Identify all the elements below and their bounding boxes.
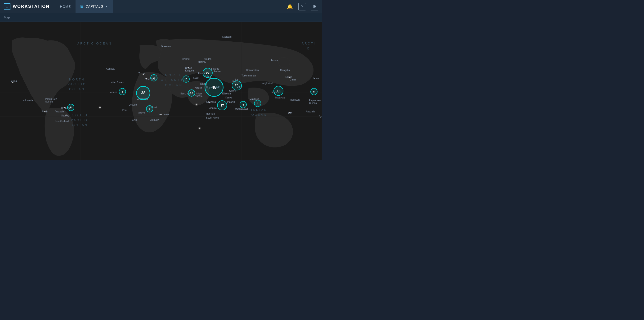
cluster-4-indian[interactable]: 4: [240, 101, 247, 108]
cluster-4-sea[interactable]: 4: [254, 100, 261, 107]
map-container[interactable]: Arctic Ocean NorthAtlanticOcean NorthPac…: [0, 22, 322, 160]
cluster-17-eastafrica[interactable]: 17: [217, 100, 227, 110]
city-dot-toronto: [143, 74, 144, 75]
nav-home[interactable]: HOME: [55, 0, 76, 13]
nav-home-label: HOME: [60, 5, 71, 8]
cluster-3[interactable]: 3: [150, 74, 158, 82]
settings-button[interactable]: ⚙: [311, 3, 318, 10]
cluster-27[interactable]: 27: [203, 68, 212, 78]
cluster-17-africa[interactable]: 17: [188, 90, 195, 96]
city-dot-brisbane: [64, 107, 65, 108]
cluster-2[interactable]: 2: [119, 88, 126, 95]
city-dot-beijing-right: [289, 76, 290, 78]
cluster-48[interactable]: 48: [204, 78, 224, 97]
city-dot-saopaulo: [160, 114, 162, 115]
city-dot-kinshasa: [209, 102, 210, 103]
brand-icon: ⊞: [4, 3, 10, 10]
brand: ⊞ WORKSTATION: [4, 3, 50, 10]
cluster-5[interactable]: 5: [310, 88, 318, 95]
nav-capitals[interactable]: ⊟ CAPITALS ▼: [76, 0, 113, 13]
brand-name: WORKSTATION: [13, 4, 50, 9]
city-dot-newyork: [146, 78, 147, 79]
subheader-label: Map: [4, 16, 10, 19]
city-dot-perth: [44, 111, 46, 112]
dropdown-arrow-icon: ▼: [105, 5, 108, 8]
glow-dot-1: [196, 104, 197, 105]
notifications-button[interactable]: 🔔: [286, 3, 294, 10]
city-dot-beijing: [12, 82, 14, 83]
cluster-38[interactable]: 38: [136, 86, 150, 100]
cluster-20[interactable]: 20: [232, 80, 242, 90]
cluster-8-chile[interactable]: 8: [146, 105, 153, 112]
monitor-icon: ⊟: [80, 4, 84, 8]
glow-dot-2: [199, 128, 200, 129]
nav-capitals-label: CAPITALS: [86, 4, 103, 8]
city-dot-perth-r: [289, 112, 290, 113]
cluster-8-pacific[interactable]: 8: [67, 104, 74, 111]
help-button[interactable]: ?: [298, 3, 306, 10]
subheader: Map: [0, 13, 322, 22]
city-dot-unitedkingdom: [188, 67, 189, 68]
city-dot-sydney: [65, 114, 66, 116]
navbar: ⊞ WORKSTATION HOME ⊟ CAPITALS ▼ 🔔 ? ⚙: [0, 0, 322, 13]
navbar-actions: 🔔 ? ⚙: [286, 3, 318, 10]
glow-dot-3: [99, 107, 100, 108]
cluster-7[interactable]: 7: [182, 76, 190, 82]
cluster-15[interactable]: 15: [274, 86, 284, 96]
